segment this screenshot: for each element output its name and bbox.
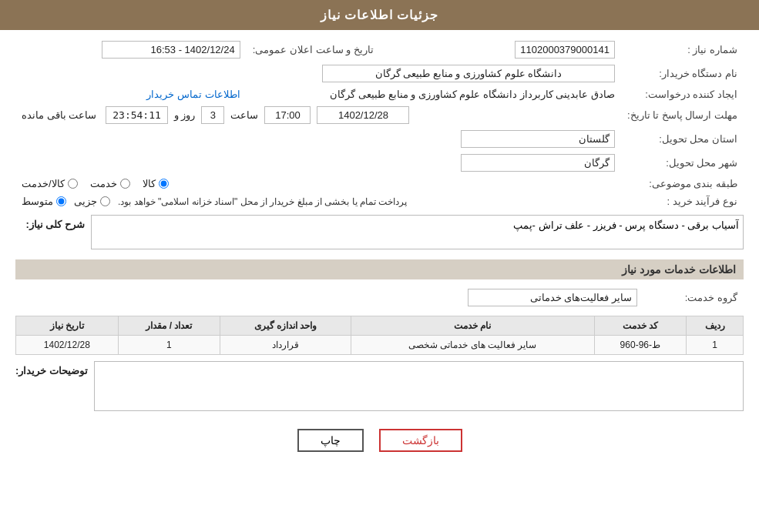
purchase-medium: متوسط: [22, 196, 66, 207]
category-goods: کالا: [143, 178, 169, 189]
city-value: گرگان: [461, 154, 615, 172]
service-group-cell: سایر فعالیت‌های خدماتی: [15, 286, 643, 309]
city-cell: گرگان: [15, 151, 621, 175]
category-goods-radio[interactable]: [159, 179, 169, 189]
service-group-label: گروه خدمت:: [643, 286, 744, 309]
need-desc-textarea: [91, 215, 744, 249]
service-group-value: سایر فعالیت‌های خدماتی: [468, 289, 637, 306]
col-service-code: کد خدمت: [594, 316, 686, 336]
print-button[interactable]: چاپ: [297, 429, 364, 452]
col-unit: واحد اندازه گیری: [220, 316, 351, 336]
province-label: استان محل تحویل:: [621, 127, 744, 151]
deadline-remaining-value: 23:54:11: [106, 106, 168, 124]
table-row: 1 ط-96-960 سایر فعالیت های خدماتی شخصی ق…: [16, 336, 744, 355]
deadline-days-value: 3: [201, 106, 224, 124]
buyer-desc-label: توضیحات خریدار:: [15, 361, 88, 376]
deadline-cell: ساعت باقی مانده 23:54:11 روز و 3 ساعت 17…: [15, 103, 621, 127]
need-number-cell: 1102000379000141: [397, 38, 621, 62]
need-desc-content: [91, 215, 744, 252]
category-goods-service: کالا/خدمت: [22, 178, 78, 189]
purchase-medium-radio[interactable]: [56, 196, 66, 206]
creator-label: ایجاد کننده درخواست:: [621, 85, 744, 103]
category-goods-service-radio[interactable]: [68, 179, 78, 189]
need-desc-label: شرح کلی نیاز:: [15, 215, 85, 230]
purchase-note: پرداخت تمام یا بخشی از مبلغ خریدار از مح…: [118, 196, 407, 207]
purchase-partial-radio[interactable]: [100, 196, 110, 206]
service-group-table: گروه خدمت: سایر فعالیت‌های خدماتی: [15, 286, 744, 309]
purchase-partial: جزیی: [74, 196, 110, 207]
deadline-remaining-label: ساعت باقی مانده: [22, 109, 96, 121]
contact-link[interactable]: اطلاعات تماس خریدار: [146, 89, 240, 100]
need-number-label: شماره نیاز :: [621, 38, 744, 62]
services-table: ردیف کد خدمت نام خدمت واحد اندازه گیری ت…: [15, 316, 744, 355]
cell-need-date: 1402/12/28: [16, 336, 119, 355]
city-label: شهر محل تحویل:: [621, 151, 744, 175]
deadline-days-label: روز و: [174, 109, 196, 121]
purchase-radio-group: متوسط جزیی: [22, 196, 110, 207]
category-service-radio[interactable]: [120, 179, 130, 189]
cell-service-name: سایر فعالیت های خدماتی شخصی: [351, 336, 595, 355]
province-cell: گلستان: [15, 127, 621, 151]
need-desc-row: شرح کلی نیاز:: [15, 215, 744, 252]
col-service-name: نام خدمت: [351, 316, 595, 336]
cell-row-num: 1: [687, 336, 744, 355]
category-cell: کالا/خدمت خدمت کالا: [15, 175, 621, 192]
cell-unit: قرارداد: [220, 336, 351, 355]
page-header: جزئیات اطلاعات نیاز: [0, 0, 759, 30]
deadline-time-label: ساعت: [230, 109, 258, 121]
page-title: جزئیات اطلاعات نیاز: [321, 8, 439, 22]
purchase-type-cell: متوسط جزیی پرداخت تمام یا بخشی از مبلغ خ…: [15, 192, 621, 210]
buyer-org-value: دانشگاه علوم کشاورزی و منابع طبیعی گرگان: [322, 65, 615, 82]
creator-cell: صادق عابدینی کاربرداز دانشگاه علوم کشاور…: [247, 85, 621, 103]
col-quantity: تعداد / مقدار: [118, 316, 220, 336]
need-number-value: 1102000379000141: [515, 41, 615, 59]
deadline-time-value: 17:00: [264, 106, 311, 124]
creator-value: صادق عابدینی کاربرداز دانشگاه علوم کشاور…: [330, 89, 615, 100]
province-value: گلستان: [461, 130, 615, 148]
buyer-desc-row: توضیحات خریدار:: [15, 361, 744, 413]
purchase-partial-label: جزیی: [74, 196, 97, 207]
col-need-date: تاریخ نیاز: [16, 316, 119, 336]
category-radio-group: کالا/خدمت خدمت کالا: [22, 178, 615, 189]
contact-link-cell: اطلاعات تماس خریدار: [15, 85, 247, 103]
page-wrapper: جزئیات اطلاعات نیاز شماره نیاز : 1102000…: [0, 0, 759, 532]
buyer-org-cell: دانشگاه علوم کشاورزی و منابع طبیعی گرگان: [15, 62, 621, 85]
category-goods-label: کالا: [143, 178, 156, 189]
purchase-medium-label: متوسط: [22, 196, 53, 207]
category-service: خدمت: [90, 178, 130, 189]
buyer-desc-content: [94, 361, 744, 413]
deadline-label: مهلت ارسال پاسخ تا تاریخ:: [621, 103, 744, 127]
main-content: شماره نیاز : 1102000379000141 تاریخ و سا…: [0, 30, 759, 460]
services-section-title: اطلاعات خدمات مورد نیاز: [15, 259, 744, 279]
category-label: طبقه بندی موضوعی:: [621, 175, 744, 192]
purchase-type-label: نوع فرآیند خرید :: [621, 192, 744, 210]
category-service-label: خدمت: [90, 178, 117, 189]
info-table-top: شماره نیاز : 1102000379000141 تاریخ و سا…: [15, 38, 744, 210]
category-goods-service-label: کالا/خدمت: [22, 178, 65, 189]
announcement-label: تاریخ و ساعت اعلان عمومی:: [247, 38, 397, 62]
footer-buttons: بازگشت چاپ: [15, 429, 744, 452]
buyer-desc-textarea: [94, 361, 744, 411]
col-row-num: ردیف: [687, 316, 744, 336]
cell-quantity: 1: [118, 336, 220, 355]
cell-service-code: ط-96-960: [594, 336, 686, 355]
announcement-value: 1402/12/24 - 16:53: [102, 41, 240, 59]
announcement-cell: 1402/12/24 - 16:53: [15, 38, 247, 62]
back-button[interactable]: بازگشت: [379, 429, 462, 452]
deadline-date-value: 1402/12/28: [317, 106, 409, 124]
buyer-org-label: نام دستگاه خریدار:: [621, 62, 744, 85]
deadline-row: ساعت باقی مانده 23:54:11 روز و 3 ساعت 17…: [22, 106, 615, 124]
